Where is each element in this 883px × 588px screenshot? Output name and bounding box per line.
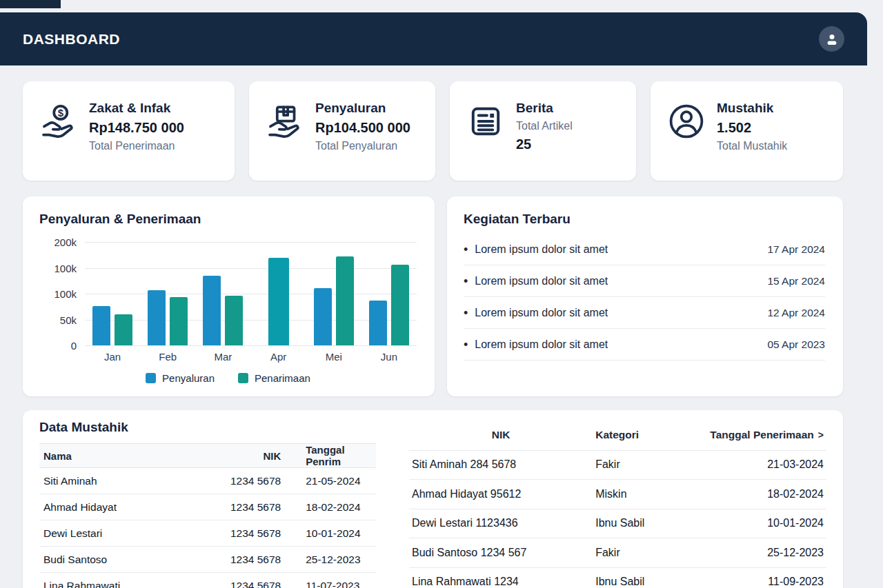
bullet-icon: • xyxy=(464,243,468,256)
col-header-nik: NIK xyxy=(191,444,286,468)
cell-nik: Siti Aminah 284 5678 xyxy=(409,450,593,480)
cell-tanggal: 11-09-2023 xyxy=(701,567,826,588)
app-header: DASHBOARD xyxy=(0,12,867,65)
activity-text: Lorem ipsum dolor sit amet xyxy=(475,243,608,256)
chart-card: Penyaluran & Penerimaan 200k100k100k50k0… xyxy=(23,196,435,396)
bar-penyaluran-mei xyxy=(314,288,332,345)
bar-group-mei xyxy=(306,242,361,345)
x-axis-label-mei: Mei xyxy=(306,351,361,363)
table-row: Dewi Lestari1234 567810-01-2024 xyxy=(39,520,376,547)
cell-tanggal: 21-03-2024 xyxy=(701,450,826,480)
activity-date: 15 Apr 2024 xyxy=(767,275,825,287)
stat-card-mustahik: Mustahik 1.502 Total Mustahik xyxy=(651,81,843,181)
data-mustahik-title: Data Mustahik xyxy=(39,420,376,435)
bar-group-jun xyxy=(361,242,417,345)
page-title: DASHBOARD xyxy=(23,31,120,48)
bar-group-mar xyxy=(195,242,250,345)
cell-kategori: Ibnu Sabil xyxy=(593,567,701,588)
legend-swatch xyxy=(238,373,248,383)
bullet-icon: • xyxy=(464,338,468,351)
cell-nama: Siti Aminah xyxy=(39,468,191,494)
activity-date: 05 Apr 2023 xyxy=(767,338,825,351)
svg-text:$: $ xyxy=(58,107,64,119)
activity-date: 17 Apr 2024 xyxy=(767,243,825,256)
activity-item: •Lorem ipsum dolor sit amet05 Apr 2023 xyxy=(464,329,825,361)
bar-penarimaan-feb xyxy=(170,297,188,345)
stat-card-zakat: $ Zakat & Infak Rp148.750 000 Total Pene… xyxy=(23,81,235,181)
bar-penyaluran-jun xyxy=(369,301,387,345)
hand-box-icon xyxy=(266,97,304,181)
col-header-nik: NIK xyxy=(409,420,593,450)
user-circle-icon xyxy=(667,97,706,181)
bar-penyaluran-mar xyxy=(203,276,221,345)
table-row: Budi Santoso1234 567825-12-2023 xyxy=(39,547,376,573)
cell-tanggal: 10-01-2024 xyxy=(285,520,376,547)
cell-tanggal: 10-01-2024 xyxy=(701,509,826,538)
cell-tanggal: 11-07-2023 xyxy=(285,573,376,588)
bullet-icon: • xyxy=(464,275,468,287)
stat-card-penyaluran: Penyaluran Rp104.500 000 Total Penyalura… xyxy=(249,81,435,181)
cell-nik: Lina Rahmawati 1234 xyxy=(409,567,593,588)
chart-title: Penyaluran & Penerimaan xyxy=(39,212,417,227)
bar-penarimaan-mar xyxy=(225,296,243,345)
activity-text: Lorem ipsum dolor sit amet xyxy=(475,307,608,319)
table-row: Siti Aminah 284 5678Fakir21-03-2024 xyxy=(409,450,826,480)
cell-nik: 1234 5678 xyxy=(191,520,286,547)
table-row: Ahmad Hidayat 95612Miskin18-02-2024 xyxy=(409,480,826,509)
activity-list: •Lorem ipsum dolor sit amet17 Apr 2024•L… xyxy=(464,234,825,361)
cell-nik: Dewi Lestari 1123436 xyxy=(409,509,593,538)
activity-text-wrap: •Lorem ipsum dolor sit amet xyxy=(464,275,608,287)
window-corner-artifact xyxy=(0,0,61,8)
cell-tanggal: 25-12-2023 xyxy=(285,547,376,573)
cell-nik: 1234 5678 xyxy=(191,468,286,494)
avatar-button[interactable] xyxy=(819,26,844,52)
y-axis-tick-label: 100k xyxy=(54,262,77,274)
bar-penarimaan-apr xyxy=(268,258,289,345)
activity-text-wrap: •Lorem ipsum dolor sit amet xyxy=(464,243,608,256)
stat-value: Rp104.500 000 xyxy=(315,120,410,136)
activity-item: •Lorem ipsum dolor sit amet12 Apr 2024 xyxy=(464,297,825,329)
cell-nik: Ahmad Hidayat 95612 xyxy=(409,480,593,509)
stat-subtitle: Total Artikel xyxy=(516,120,573,132)
cell-nama: Budi Santoso xyxy=(39,547,191,573)
col-header-tanggal-sort[interactable]: Tanggal Penerimaan> xyxy=(701,420,826,450)
activity-item: •Lorem ipsum dolor sit amet17 Apr 2024 xyxy=(464,234,825,265)
hand-coin-icon: $ xyxy=(39,97,78,181)
x-axis-label-mar: Mar xyxy=(195,351,250,363)
cell-tanggal: 18-02-2024 xyxy=(285,494,376,520)
table-header-row: NIK Kategori Tanggal Penerimaan> xyxy=(409,420,826,450)
legend-label: Penyaluran xyxy=(162,372,215,384)
activity-date: 12 Apr 2024 xyxy=(767,307,825,319)
legend-item-penarimaan: Penarimaan xyxy=(238,372,310,384)
middle-row: Penyaluran & Penerimaan 200k100k100k50k0… xyxy=(23,196,843,396)
stat-subtitle: Total Penyaluran xyxy=(315,140,410,152)
activity-item: •Lorem ipsum dolor sit amet15 Apr 2024 xyxy=(464,265,825,297)
bar-group-feb xyxy=(140,242,195,345)
col-header-kategori: Kategori xyxy=(593,420,701,450)
activity-text: Lorem ipsum dolor sit amet xyxy=(475,338,608,351)
y-axis-tick-label: 0 xyxy=(71,340,77,352)
user-avatar-icon xyxy=(824,31,840,48)
stat-value: 25 xyxy=(516,136,573,152)
y-axis-tick-label: 50k xyxy=(60,314,77,325)
x-axis-label-feb: Feb xyxy=(140,351,195,363)
chart-y-axis: 200k100k100k50k0 xyxy=(39,242,85,345)
col-header-tanggal: Tanggal Penrim xyxy=(285,444,376,468)
activities-title: Kegiatan Terbaru xyxy=(464,212,825,227)
stat-subtitle: Total Penerimaan xyxy=(89,140,184,152)
col-header-nama: Nama xyxy=(39,444,191,468)
table-row: Dewi Lestari 1123436Ibnu Sabil10-01-2024 xyxy=(409,509,826,538)
cell-nik: 1234 5678 xyxy=(191,547,286,573)
table-row: Siti Aminah1234 567821-05-2024 xyxy=(39,468,376,494)
x-axis-label-jan: Jan xyxy=(85,351,140,363)
y-axis-tick-label: 200k xyxy=(54,236,77,248)
table-row: Lina Rahmawati1234 567811-07-2023 xyxy=(39,573,376,588)
data-mustahik-section: Data Mustahik Nama NIK Tanggal Penrim Si… xyxy=(39,420,376,588)
activity-text-wrap: •Lorem ipsum dolor sit amet xyxy=(464,307,608,319)
stat-title: Berita xyxy=(516,101,573,116)
chart-x-axis: JanFebMarAprMeiJun xyxy=(85,351,417,363)
activities-card: Kegiatan Terbaru •Lorem ipsum dolor sit … xyxy=(447,196,843,396)
legend-item-penyaluran: Penyaluran xyxy=(146,372,215,384)
legend-label: Penarimaan xyxy=(255,372,310,384)
cell-kategori: Fakir xyxy=(593,538,701,568)
